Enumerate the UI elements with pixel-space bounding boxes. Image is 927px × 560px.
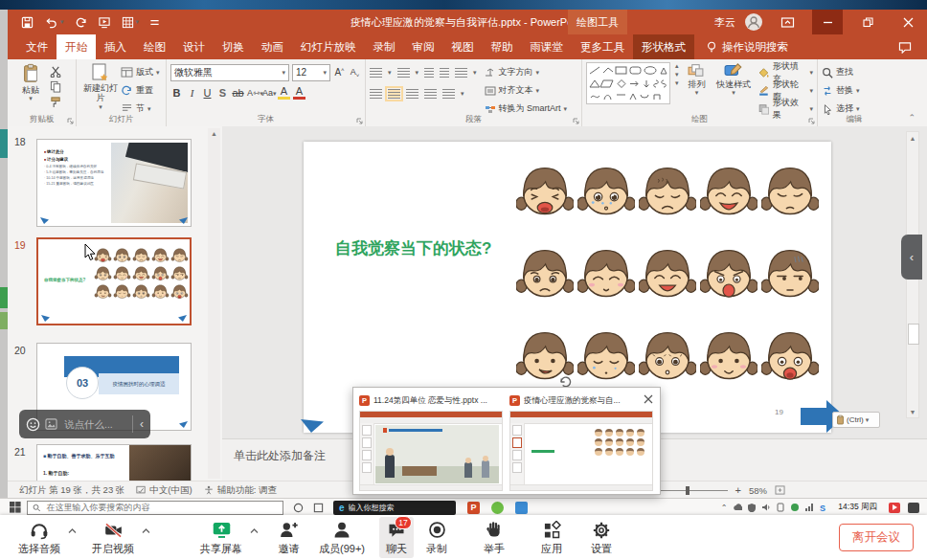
- tab-slideshow[interactable]: 幻灯片放映: [292, 34, 365, 59]
- taskbar-search-input[interactable]: [44, 502, 278, 513]
- danmaku-chat-overlay[interactable]: ‹: [19, 410, 150, 438]
- format-painter-icon[interactable]: [50, 96, 62, 108]
- font-size-select[interactable]: 12▾: [292, 64, 330, 81]
- restore-button[interactable]: [852, 10, 883, 34]
- preview1-thumbnail[interactable]: [359, 411, 503, 491]
- window-preview-2[interactable]: P 疫情心理应激的觉察与自...: [509, 393, 653, 488]
- zoom-level[interactable]: 58%: [749, 485, 767, 496]
- zoom-in-button[interactable]: +: [735, 484, 741, 496]
- settings-button[interactable]: 设置: [584, 517, 619, 558]
- copy-icon[interactable]: [50, 80, 62, 93]
- chat-button[interactable]: 聊天 17: [379, 517, 414, 558]
- slideshow-icon[interactable]: [98, 16, 111, 29]
- apps-button[interactable]: 应用: [534, 517, 569, 558]
- strikethrough-button[interactable]: ab: [232, 87, 244, 99]
- taskbar-clock[interactable]: 14:35 周四: [838, 502, 877, 513]
- drawing-dialog-launcher[interactable]: [808, 118, 815, 124]
- scrollbar-thumb[interactable]: [908, 324, 919, 345]
- decrease-font-icon[interactable]: A˅: [349, 67, 361, 78]
- scroll-up-icon[interactable]: ▲: [907, 132, 918, 144]
- tab-help[interactable]: 帮助: [483, 34, 522, 59]
- align-text-button[interactable]: 对齐文本▾: [485, 82, 568, 99]
- accessibility-checker[interactable]: 辅助功能: 调查: [204, 484, 277, 497]
- tray-media-icon[interactable]: [889, 503, 900, 513]
- raise-hand-button[interactable]: 举手: [477, 517, 511, 558]
- preview2-thumbnail[interactable]: [509, 411, 653, 491]
- avatar[interactable]: [745, 13, 762, 31]
- bold-button[interactable]: B: [170, 87, 183, 99]
- tab-insert[interactable]: 插入: [96, 34, 135, 59]
- numbering-icon[interactable]: [397, 68, 410, 78]
- select-audio-button[interactable]: 选择音频: [11, 517, 67, 558]
- tab-rain-classroom[interactable]: 雨课堂: [522, 34, 573, 59]
- paragraph-dialog-launcher[interactable]: [573, 118, 579, 124]
- tab-animations[interactable]: 动画: [253, 34, 292, 59]
- tab-view[interactable]: 视图: [443, 34, 483, 59]
- new-slide-button[interactable]: 新建幻灯片▾: [80, 62, 121, 117]
- thumbnail-scrollbar[interactable]: ▲: [208, 128, 220, 479]
- tab-shape-format[interactable]: 形状格式: [633, 34, 694, 59]
- arrange-button[interactable]: 排列▾: [684, 62, 711, 97]
- tab-review[interactable]: 审阅: [404, 34, 443, 59]
- redo-icon[interactable]: [75, 16, 87, 29]
- scroll-down-icon[interactable]: ▼: [907, 406, 918, 417]
- emoji-icon[interactable]: [26, 417, 40, 432]
- minimize-button[interactable]: [812, 10, 843, 34]
- thumbnail-slide-19-selected[interactable]: 自我觉察当下的状态?: [36, 237, 192, 325]
- image-icon[interactable]: [45, 418, 57, 430]
- video-options-chevron[interactable]: [142, 528, 150, 534]
- tray-notes-icon[interactable]: [908, 503, 919, 513]
- preview-close-icon[interactable]: [644, 394, 653, 404]
- shadow-button[interactable]: S: [216, 87, 229, 99]
- increase-indent-icon[interactable]: [440, 68, 449, 78]
- collapse-ribbon-icon[interactable]: ⌃: [908, 113, 916, 123]
- tell-me-search[interactable]: 操作说明搜索: [706, 34, 788, 59]
- comments-icon[interactable]: [898, 34, 912, 59]
- window-preview-1[interactable]: P 11.24第四单位 恋爱与性.pptx ...: [359, 393, 503, 488]
- font-dialog-launcher[interactable]: [356, 118, 363, 124]
- line-spacing-icon[interactable]: [455, 68, 467, 78]
- undo-icon[interactable]: ▾: [44, 16, 64, 29]
- zoom-slider[interactable]: [651, 490, 728, 491]
- justify-icon[interactable]: [424, 89, 437, 99]
- taskbar-search-box[interactable]: [27, 501, 283, 515]
- highlight-color-button[interactable]: A: [278, 85, 290, 100]
- shield-icon[interactable]: [747, 503, 757, 512]
- paste-options-button[interactable]: (Ctrl)▾: [832, 412, 880, 428]
- invite-button[interactable]: 邀请: [271, 517, 306, 558]
- reset-button[interactable]: 重置: [121, 82, 160, 99]
- network-icon[interactable]: [804, 503, 814, 512]
- tray-expand-icon[interactable]: ⌃: [721, 504, 728, 512]
- text-direction-button[interactable]: 文字方向▾: [485, 64, 568, 80]
- zoom-slider-thumb[interactable]: [686, 486, 690, 495]
- meeting-panel-collapse-handle[interactable]: ‹: [901, 235, 922, 280]
- audio-options-chevron[interactable]: [68, 528, 77, 534]
- tab-draw[interactable]: 绘图: [135, 34, 174, 59]
- layout-button[interactable]: 版式▾: [121, 64, 160, 80]
- tab-transitions[interactable]: 切换: [214, 34, 253, 59]
- leave-meeting-button[interactable]: 离开会议: [839, 524, 914, 551]
- underline-button[interactable]: U: [201, 87, 214, 99]
- clipboard-dialog-launcher[interactable]: [67, 118, 74, 124]
- align-center-icon[interactable]: [388, 89, 400, 99]
- save-icon[interactable]: [21, 16, 34, 29]
- decrease-indent-icon[interactable]: [424, 68, 434, 78]
- record-button[interactable]: 录制: [419, 517, 454, 558]
- font-name-select[interactable]: 微软雅黑▾: [170, 64, 289, 81]
- thumbnail-slide-18[interactable]: 统计总分计分与建议· 0-4 没有困扰，继续保持自我关怀· 5-9 轻度困扰，需…: [36, 139, 192, 227]
- bullets-icon[interactable]: [370, 68, 382, 78]
- tab-file[interactable]: 文件: [17, 34, 57, 59]
- tab-home[interactable]: 开始: [57, 34, 96, 59]
- align-right-icon[interactable]: [406, 89, 418, 99]
- align-left-icon[interactable]: [370, 89, 382, 99]
- task-view-icon[interactable]: [313, 503, 324, 513]
- usb-icon[interactable]: [776, 503, 785, 512]
- tab-record[interactable]: 录制: [365, 34, 404, 59]
- increase-font-icon[interactable]: A˄: [333, 67, 346, 78]
- cloud-icon[interactable]: [733, 503, 742, 512]
- columns-icon[interactable]: [442, 89, 455, 99]
- tab-design[interactable]: 设计: [174, 34, 214, 59]
- close-button[interactable]: [893, 10, 923, 34]
- green-status-icon[interactable]: [790, 503, 800, 512]
- customize-qat-icon[interactable]: [149, 17, 160, 28]
